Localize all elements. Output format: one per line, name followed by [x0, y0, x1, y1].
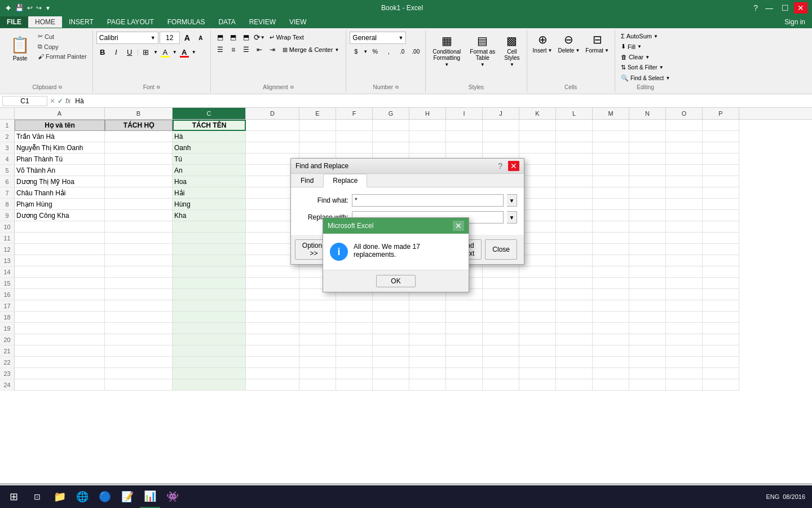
ms-dialog-info-icon: i [330, 243, 348, 261]
ms-dialog-titlebar: Microsoft Excel ✕ [323, 218, 469, 234]
ms-dialog-footer: OK [323, 270, 469, 292]
ms-dialog-ok-button[interactable]: OK [376, 275, 416, 287]
ms-excel-dialog: Microsoft Excel ✕ i All done. We made 17… [323, 217, 469, 292]
ms-dialog-body: i All done. We made 17 replacements. [323, 234, 469, 270]
ms-dialog-title: Microsoft Excel [328, 222, 373, 230]
ms-dialog-message: All done. We made 17 replacements. [354, 243, 462, 259]
ms-dialog-overlay: Microsoft Excel ✕ i All done. We made 17… [0, 0, 812, 476]
ms-dialog-close-button[interactable]: ✕ [453, 221, 464, 231]
